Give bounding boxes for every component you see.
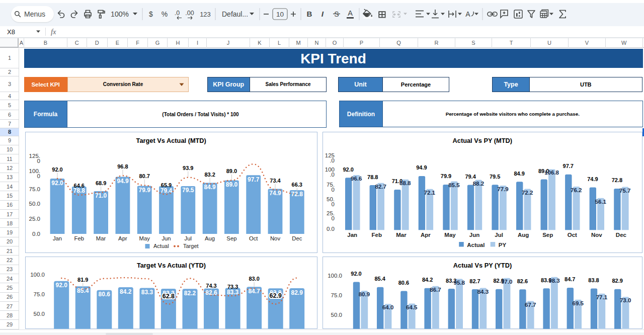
svg-text:84.3: 84.3: [477, 288, 488, 294]
svg-text:84.7: 84.7: [248, 288, 260, 295]
svg-text:Feb: Feb: [372, 232, 382, 238]
svg-text:82.9: 82.9: [612, 278, 622, 284]
svg-text:74.9: 74.9: [587, 176, 598, 182]
svg-text:100.0: 100.0: [30, 272, 45, 278]
svg-text:80.7: 80.7: [139, 173, 149, 179]
svg-text:83.0: 83.0: [249, 276, 259, 282]
svg-text:.0: .0: [175, 10, 180, 17]
svg-text:92.0: 92.0: [343, 166, 353, 173]
svg-text:78.8: 78.8: [367, 174, 378, 180]
svg-text:Nov: Nov: [270, 235, 280, 241]
svg-text:0: 0: [332, 215, 335, 221]
svg-text:0: 0: [332, 201, 335, 207]
svg-text:100%: 100%: [111, 10, 129, 18]
svg-text:82.7: 82.7: [469, 278, 480, 284]
svg-text:.0: .0: [330, 157, 335, 163]
svg-text:Sep: Sep: [542, 232, 553, 238]
svg-text:0.0: 0.0: [327, 226, 335, 232]
svg-text:96.8: 96.8: [117, 163, 128, 170]
svg-text:81.9: 81.9: [77, 277, 88, 283]
svg-text:74.3: 74.3: [206, 283, 216, 289]
svg-text:86.7: 86.7: [430, 286, 441, 292]
svg-text:123: 123: [200, 11, 211, 18]
svg-text:10: 10: [276, 11, 284, 18]
svg-text:77.1: 77.1: [596, 294, 607, 300]
svg-text:Actual Vs PY (YTD): Actual Vs PY (YTD): [453, 261, 511, 269]
svg-text:%: %: [162, 10, 168, 18]
svg-text:56.1: 56.1: [595, 199, 607, 205]
svg-text:69.5: 69.5: [572, 300, 584, 306]
svg-text:Actual: Actual: [153, 243, 169, 249]
svg-text:106.8: 106.8: [544, 170, 559, 176]
svg-text:50.0: 50.0: [331, 311, 342, 317]
svg-text:75.7: 75.7: [619, 188, 630, 194]
svg-text:Apr: Apr: [421, 232, 431, 238]
svg-text:92.0: 92.0: [52, 166, 62, 173]
svg-text:84.7: 84.7: [565, 276, 575, 282]
svg-text:76.2: 76.2: [571, 187, 582, 193]
svg-text:93.9: 93.9: [183, 165, 193, 171]
svg-text:67.7: 67.7: [525, 301, 536, 307]
svg-text:25.0: 25.0: [29, 216, 40, 222]
svg-text:89.0: 89.0: [226, 181, 238, 188]
svg-text:84.2: 84.2: [422, 277, 432, 283]
svg-text:78.8: 78.8: [73, 187, 86, 194]
svg-text:85.5: 85.5: [448, 182, 460, 188]
svg-text:83.3: 83.3: [227, 289, 239, 296]
svg-text:Mar: Mar: [96, 235, 106, 241]
svg-text:79.5: 79.5: [490, 174, 500, 180]
svg-text:Apr: Apr: [118, 235, 127, 241]
svg-text:72.2: 72.2: [522, 190, 533, 196]
svg-text:66.3: 66.3: [292, 182, 302, 188]
svg-text:73.0: 73.0: [619, 297, 630, 303]
svg-text:Oct: Oct: [249, 235, 258, 241]
svg-text:77.9: 77.9: [497, 186, 508, 192]
svg-text:82.7: 82.7: [375, 184, 386, 190]
svg-text:79.5: 79.5: [182, 187, 194, 194]
svg-text:79.9: 79.9: [441, 173, 451, 179]
svg-text:100.0: 100.0: [328, 272, 342, 278]
svg-text:68.9: 68.9: [96, 180, 106, 186]
svg-text:.0: .0: [330, 172, 335, 178]
svg-text:64.5: 64.5: [406, 304, 418, 310]
svg-text:50.0: 50.0: [34, 311, 45, 317]
svg-text:79.4: 79.4: [160, 187, 173, 194]
svg-text:62.8: 62.8: [163, 293, 175, 300]
svg-text:75.0: 75.0: [331, 292, 342, 298]
svg-text:.00: .00: [185, 10, 194, 17]
svg-text:92.0: 92.0: [56, 282, 68, 289]
svg-text:B: B: [307, 10, 312, 18]
svg-text:Jul: Jul: [495, 232, 503, 238]
svg-text:May: May: [444, 232, 456, 238]
svg-text:74.9: 74.9: [269, 190, 281, 197]
svg-text:0: 0: [37, 173, 40, 179]
svg-text:82.2: 82.2: [184, 290, 196, 297]
svg-text:$: $: [149, 10, 153, 18]
svg-text:83.3: 83.3: [141, 289, 153, 296]
svg-text:85.4: 85.4: [77, 287, 89, 294]
svg-text:Target Vs Actual (YTD): Target Vs Actual (YTD): [137, 262, 206, 269]
svg-text:96.6: 96.6: [351, 176, 362, 182]
svg-text:84.9: 84.9: [204, 184, 216, 191]
svg-text:71.0: 71.0: [95, 192, 107, 199]
svg-text:97.7: 97.7: [248, 176, 260, 183]
svg-text:0.0: 0.0: [32, 231, 40, 237]
svg-text:79.4: 79.4: [465, 174, 476, 180]
svg-text:Jan: Jan: [53, 235, 62, 241]
svg-text:Target Vs Actual (MTD): Target Vs Actual (MTD): [136, 137, 206, 144]
svg-text:0: 0: [37, 158, 40, 164]
svg-text:64.0: 64.0: [382, 304, 393, 310]
svg-text:88.2: 88.2: [473, 181, 484, 187]
svg-text:72.8: 72.8: [291, 191, 303, 198]
svg-text:Target: Target: [183, 243, 199, 249]
svg-text:89.0: 89.0: [226, 168, 237, 174]
svg-text:May: May: [139, 235, 150, 241]
svg-text:84.9: 84.9: [514, 171, 524, 177]
svg-text:80.6: 80.6: [99, 291, 111, 298]
svg-text:88.8: 88.8: [399, 180, 411, 186]
svg-text:50.0: 50.0: [29, 201, 40, 207]
svg-text:92.0: 92.0: [51, 180, 63, 187]
svg-text:82.6: 82.6: [517, 278, 527, 284]
svg-text:Mar: Mar: [396, 232, 407, 238]
svg-text:I: I: [321, 10, 324, 18]
